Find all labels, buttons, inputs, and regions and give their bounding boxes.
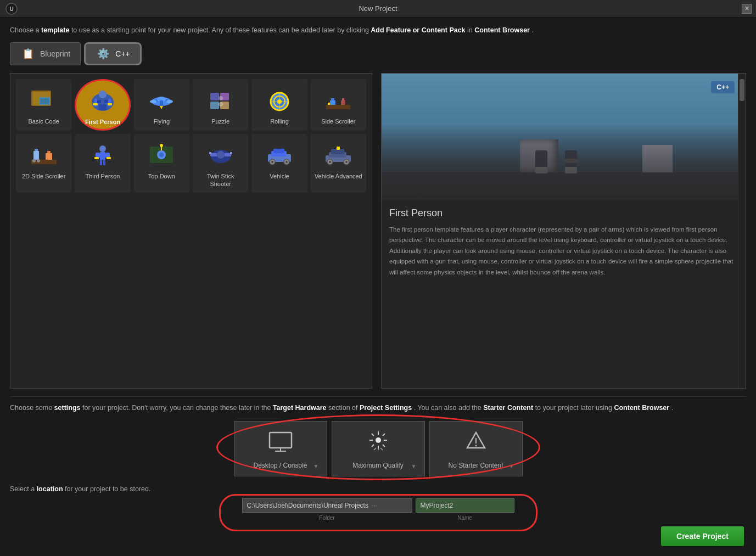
settings-bold3: Project Settings	[360, 404, 412, 412]
side-scroller-icon	[322, 85, 355, 115]
tabs-row: 📋 Blueprint ⚙️ C++	[10, 42, 746, 65]
location-suffix: for your project to be stored.	[65, 485, 150, 493]
settings-card-desktop-console[interactable]: Desktop / Console ▼	[234, 421, 327, 476]
settings-suffix: section of	[328, 404, 360, 412]
template-item-first-person[interactable]: First Person	[75, 79, 130, 131]
svg-rect-11	[103, 104, 107, 110]
template-label-top-down: Top Down	[148, 172, 175, 180]
settings-card-label-maximum-quality: Maximum Quality	[352, 462, 404, 469]
svg-rect-37	[328, 103, 330, 105]
location-bold: location	[37, 485, 63, 493]
template-item-third-person[interactable]: Third Person	[75, 134, 130, 193]
svg-rect-34	[326, 105, 350, 109]
settings-bold2: Target Hardware	[273, 404, 327, 412]
settings-card-no-starter-content[interactable]: No Starter Content ▼	[429, 421, 523, 476]
svg-rect-25	[210, 102, 219, 109]
svg-point-59	[160, 144, 163, 147]
svg-rect-36	[331, 98, 334, 100]
name-label: Name	[457, 515, 472, 521]
tab-cpp[interactable]: ⚙️ C++	[84, 42, 141, 65]
svg-rect-15	[108, 103, 112, 105]
svg-rect-86	[577, 158, 578, 160]
svg-line-98	[372, 445, 374, 447]
template-item-puzzle[interactable]: Puzzle	[193, 79, 248, 131]
preview-title: First Person	[389, 207, 737, 219]
template-item-side-scroller[interactable]: Side Scroller	[311, 79, 366, 131]
template-label-flying: Flying	[154, 117, 170, 125]
svg-rect-87	[270, 433, 292, 448]
close-button[interactable]: ✕	[742, 4, 752, 14]
svg-point-9	[99, 91, 107, 98]
template-item-twin-stick-shooter[interactable]: Twin Stick Shooter	[193, 134, 248, 193]
svg-point-79	[345, 161, 348, 163]
template-item-rolling[interactable]: Rolling	[251, 79, 307, 131]
svg-point-28	[219, 102, 223, 106]
header-end: .	[531, 26, 533, 34]
svg-rect-39	[342, 98, 344, 100]
template-label-puzzle: Puzzle	[211, 117, 229, 125]
template-item-top-down[interactable]: Top Down	[134, 134, 189, 193]
svg-text:U: U	[9, 6, 13, 12]
header-text: Choose a template to use as a starting p…	[10, 25, 746, 36]
svg-marker-22	[160, 106, 163, 109]
template-grid-container[interactable]: Basic Code	[10, 73, 372, 389]
svg-point-27	[219, 96, 223, 100]
svg-rect-41	[33, 151, 39, 160]
svg-rect-14	[93, 103, 98, 105]
svg-point-90	[376, 437, 381, 443]
template-item-vehicle-advanced[interactable]: Vehicle Advanced	[311, 134, 366, 193]
basic-code-icon	[27, 85, 60, 115]
svg-rect-42	[35, 149, 38, 151]
svg-rect-80	[337, 147, 340, 150]
svg-point-78	[329, 161, 331, 163]
svg-point-47	[99, 145, 106, 152]
ue-logo: U	[5, 3, 18, 15]
svg-rect-84	[565, 167, 577, 173]
svg-point-57	[159, 153, 164, 157]
rolling-icon	[263, 85, 296, 115]
folder-path-text: C:\Users\Joel\Documents\Unreal Projects	[247, 502, 368, 509]
svg-rect-85	[565, 159, 578, 163]
svg-rect-82	[535, 167, 547, 173]
puzzle-icon	[204, 85, 237, 115]
template-item-basic-code[interactable]: Basic Code	[16, 79, 71, 131]
template-item-2d-side-scroller[interactable]: 2D Side Scroller	[16, 134, 71, 193]
svg-rect-5	[40, 98, 49, 104]
tab-cpp-label: C++	[115, 49, 130, 58]
folder-label: Folder	[319, 515, 334, 521]
preview-panel: C++ First Person The first person templa…	[381, 73, 746, 389]
svg-line-101	[380, 448, 383, 450]
template-label-2d-side-scroller: 2D Side Scroller	[22, 172, 65, 180]
section-divider-1	[10, 396, 746, 397]
header-in: in	[467, 26, 474, 34]
settings-card-maximum-quality[interactable]: Maximum Quality ▼	[332, 421, 425, 476]
bottom-bar: Create Project	[10, 521, 746, 548]
template-item-vehicle[interactable]: Vehicle	[251, 134, 307, 193]
tab-blueprint[interactable]: 📋 Blueprint	[10, 42, 81, 65]
desktop-console-icon	[267, 430, 294, 457]
main-container: Choose a template to use as a starting p…	[0, 18, 756, 556]
template-label-twin-stick-shooter: Twin Stick Shooter	[196, 172, 245, 188]
preview-description: The first person template features a pla…	[389, 224, 737, 278]
template-item-flying[interactable]: Flying	[134, 79, 189, 131]
svg-point-43	[32, 159, 36, 162]
location-header: Select a location for your project to be…	[10, 485, 746, 493]
preview-info: First Person The first person template f…	[382, 200, 746, 388]
svg-line-97	[383, 434, 385, 436]
svg-point-19	[150, 100, 156, 103]
svg-line-99	[374, 448, 376, 450]
settings-card-label-no-starter-content: No Starter Content	[448, 462, 503, 469]
2d-side-scroller-icon	[27, 139, 60, 170]
svg-line-96	[383, 445, 385, 447]
folder-browse-button[interactable]: ···	[372, 502, 377, 509]
folder-input[interactable]: C:\Users\Joel\Documents\Unreal Projects …	[242, 498, 412, 513]
preview-image: C++	[382, 74, 746, 200]
no-starter-content-arrow: ▼	[509, 463, 514, 469]
preview-scrollbar[interactable]	[738, 74, 746, 388]
header-feature-bold: Add Feature or Content Pack	[371, 26, 465, 34]
svg-rect-83	[565, 150, 577, 172]
svg-rect-81	[535, 150, 547, 172]
svg-point-104	[475, 445, 477, 447]
project-name-input[interactable]: MyProject2	[416, 498, 514, 513]
create-project-button[interactable]: Create Project	[661, 526, 744, 546]
